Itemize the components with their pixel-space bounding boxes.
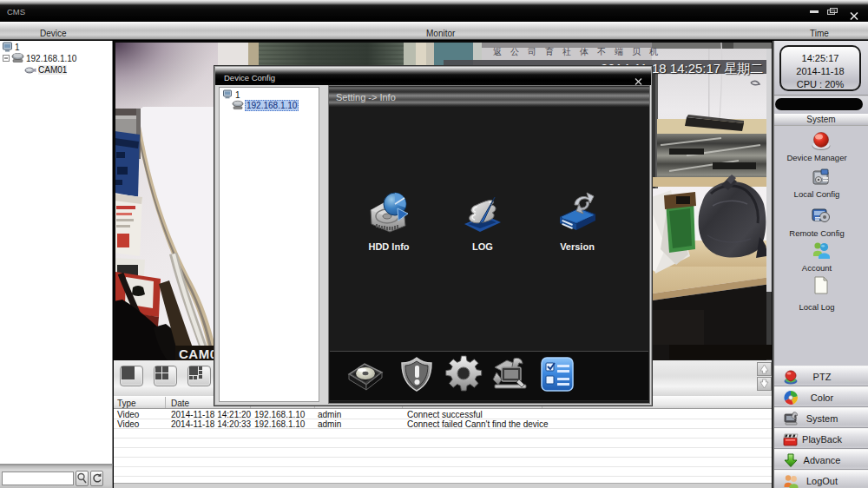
svg-text:返公司育社体不端贝机: 返公司育社体不端贝机 [493,47,667,56]
